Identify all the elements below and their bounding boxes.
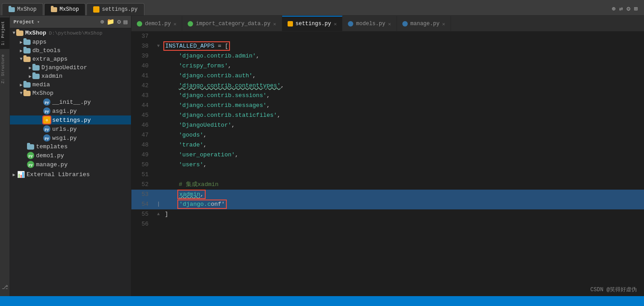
- sidebar-item-external-libs[interactable]: ▶ 📊 External Libraries: [10, 170, 131, 179]
- code-line-52: 52 # 集成xadmin: [131, 180, 644, 190]
- tab-close-manage[interactable]: ✕: [442, 21, 446, 27]
- arrow-icon: ▶: [20, 40, 23, 45]
- window-tab-mxshop1[interactable]: MxShop: [2, 3, 43, 15]
- sidebar-item-label: demo1.py: [36, 152, 64, 159]
- settings-py-icon-titlebar: [93, 6, 99, 13]
- window-tab-mxshop2[interactable]: MxShop: [44, 3, 86, 15]
- window-tab-label-2: MxShop: [59, 6, 79, 13]
- tab-label-models: models.py: [356, 21, 385, 27]
- tab-close-import[interactable]: ✕: [273, 21, 276, 27]
- sidebar-item-djangoueditor[interactable]: ▶ DjangoUeditor: [10, 63, 131, 72]
- line-content: xadmin,: [163, 190, 644, 200]
- code-line-39: 39 'django.contrib.admin',: [131, 51, 644, 61]
- sidebar-item-manage[interactable]: py manage.py: [10, 160, 131, 169]
- folder-icon: [27, 144, 34, 150]
- line-content: [163, 219, 644, 229]
- line-number: 55: [131, 209, 154, 219]
- folder-icon: [23, 91, 31, 96]
- sidebar-item-label: settings.py: [52, 117, 91, 124]
- tree-root[interactable]: ▼ MxShop D:\pythoweb\MxShop: [10, 28, 131, 38]
- folder-icon: [23, 57, 31, 62]
- structure-icon[interactable]: ⇄: [619, 5, 623, 13]
- line-content: INSTALLED_APPS = [: [163, 41, 644, 51]
- sidebar-folder-icon[interactable]: 📁: [107, 18, 114, 26]
- activity-structure[interactable]: Z: Structure: [0, 51, 9, 87]
- arrow-icon: ▶: [13, 172, 15, 177]
- sidebar-item-label: extra_apps: [32, 56, 68, 62]
- sidebar: Project ▾ ⊕ 📁 ⚙ ▤ ▼ MxShop D:\pythoweb\M…: [10, 16, 131, 296]
- activity-project[interactable]: 1: Project: [0, 18, 9, 49]
- editor-tabs: demo1.py ✕ import_category_data.py ✕ set…: [131, 16, 644, 31]
- sidebar-item-media[interactable]: ▶ media: [10, 80, 131, 89]
- tab-close-settings[interactable]: ✕: [334, 21, 337, 27]
- sidebar-item-asgi[interactable]: py asgi.py: [10, 106, 131, 115]
- activity-git[interactable]: ⎇: [1, 280, 9, 294]
- line-gutter: ▼: [154, 41, 163, 51]
- line-gutter: [154, 71, 163, 81]
- line-gutter: [154, 101, 163, 111]
- sidebar-item-demo1[interactable]: py demo1.py: [10, 151, 131, 160]
- code-line-46: 46 'DjangoUeditor',: [131, 120, 644, 130]
- sidebar-add-icon[interactable]: ⊕: [100, 18, 104, 26]
- code-line-48: 48 'trade',: [131, 140, 644, 150]
- sidebar-item-label: __init__.py: [52, 99, 91, 106]
- tab-models[interactable]: models.py ✕: [342, 16, 396, 31]
- arrow-icon: ▼: [20, 57, 23, 62]
- line-content: 'django.contrib.sessions',: [163, 91, 644, 101]
- tab-icon-manage: [402, 21, 408, 27]
- sidebar-item-templates[interactable]: templates: [10, 142, 131, 151]
- line-content: 'django.conf': [163, 200, 644, 209]
- sidebar-item-settings[interactable]: ⚙ settings.py: [10, 115, 131, 124]
- folder-icon-1: [9, 7, 15, 12]
- folder-icon: [32, 65, 40, 71]
- line-content: 'user_operation',: [163, 150, 644, 160]
- tab-demo1[interactable]: demo1.py ✕: [131, 16, 182, 31]
- tab-settings[interactable]: settings.py ✕: [282, 16, 343, 31]
- root-path: D:\pythoweb\MxShop: [49, 31, 103, 36]
- py-file-icon: py: [43, 107, 50, 115]
- py-file-icon: py: [43, 125, 50, 133]
- line-gutter: [154, 170, 163, 180]
- sidebar-item-urls[interactable]: py urls.py: [10, 124, 131, 133]
- sidebar-item-extra-apps[interactable]: ▼ extra_apps: [10, 55, 131, 63]
- sidebar-item-init[interactable]: py __init__.py: [10, 98, 131, 106]
- line-number: 41: [131, 71, 154, 81]
- layout-icon[interactable]: ⊞: [634, 5, 638, 13]
- tab-close-demo1[interactable]: ✕: [174, 21, 177, 27]
- line-content: # 集成xadmin: [163, 180, 644, 190]
- window-tab-settings[interactable]: settings.py: [86, 3, 144, 15]
- line-number: 53: [131, 190, 154, 200]
- nav-icon[interactable]: ⊕: [612, 5, 615, 13]
- folder-icon: [23, 40, 31, 45]
- tab-manage[interactable]: manage.py ✕: [397, 16, 451, 31]
- line-number: 46: [131, 120, 154, 130]
- sidebar-layout-icon[interactable]: ▤: [124, 18, 127, 26]
- code-editor[interactable]: 37 38 ▼ INSTALLED_APPS = [ 39 'django.co…: [131, 31, 644, 296]
- project-dropdown-icon[interactable]: ▾: [37, 19, 40, 25]
- code-line-45: 45 'django.contrib.staticfiles',: [131, 111, 644, 120]
- sidebar-item-apps[interactable]: ▶ apps: [10, 38, 131, 46]
- toolbar-icons: ⊕ ⇄ ⚙ ⊞: [607, 5, 642, 15]
- line-number: 50: [131, 160, 154, 170]
- line-content: 'DjangoUeditor',: [163, 120, 644, 130]
- sidebar-item-mxshop-folder[interactable]: ▼ MxShop: [10, 89, 131, 98]
- sidebar-settings-icon[interactable]: ⚙: [117, 18, 121, 26]
- line-gutter: [154, 160, 163, 170]
- sidebar-item-xadmin[interactable]: ▶ xadmin: [10, 72, 131, 80]
- line-gutter: [154, 51, 163, 61]
- gear-icon[interactable]: ⚙: [626, 5, 630, 13]
- arrow-icon: ▶: [29, 74, 32, 79]
- line-number: 42: [131, 81, 154, 91]
- code-line-42: 42 'django.contrib.contenttypes',: [131, 81, 644, 91]
- sidebar-item-db-tools[interactable]: ▶ db_tools: [10, 46, 131, 55]
- sidebar-item-label: asgi.py: [52, 108, 77, 115]
- line-number: 47: [131, 130, 154, 140]
- bar-chart-icon: 📊: [17, 171, 25, 178]
- line-gutter: [154, 81, 163, 91]
- activity-bar: 1: Project Z: Structure ⎇: [0, 16, 10, 296]
- tab-import[interactable]: import_category_data.py ✕: [182, 16, 282, 31]
- code-line-53: 53 xadmin,: [131, 190, 644, 200]
- sidebar-item-wsgi[interactable]: py wsgi.py: [10, 133, 131, 142]
- tab-close-models[interactable]: ✕: [388, 21, 391, 27]
- code-line-43: 43 'django.contrib.sessions',: [131, 91, 644, 101]
